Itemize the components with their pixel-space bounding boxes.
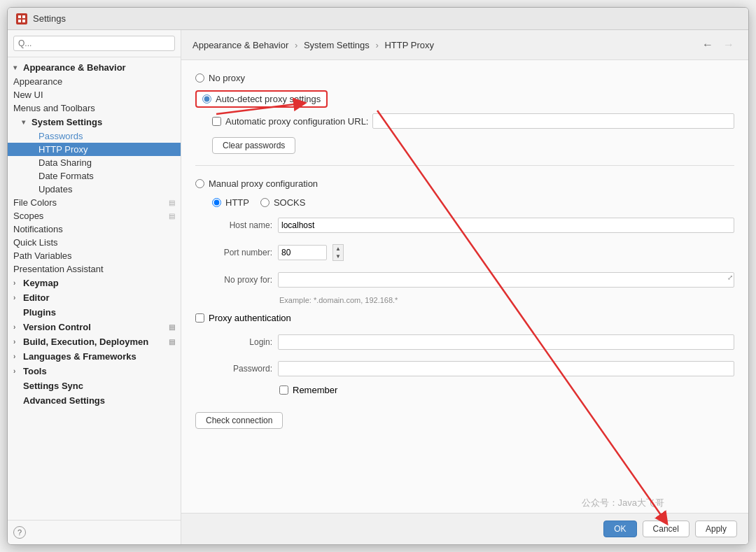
sidebar-item-languages[interactable]: ›Languages & Frameworks bbox=[8, 349, 181, 364]
search-box bbox=[8, 30, 181, 57]
proxy-auth-label[interactable]: Proxy authentication bbox=[209, 313, 291, 323]
check-connection-button[interactable]: Check connection bbox=[195, 412, 283, 429]
sidebar-item-appearance-behavior[interactable]: ▾Appearance & Behavior bbox=[8, 60, 181, 75]
no-proxy-radio[interactable] bbox=[195, 73, 204, 83]
no-proxy-for-row: No proxy for: ⤢ bbox=[195, 272, 734, 288]
auto-detect-label[interactable]: Auto-detect proxy settings bbox=[216, 94, 321, 104]
proxy-section: No proxy Auto-detect proxy settings bbox=[195, 71, 734, 429]
socks-radio[interactable] bbox=[260, 198, 270, 207]
password-input[interactable] bbox=[278, 361, 734, 376]
window-title: Settings bbox=[33, 13, 66, 24]
no-proxy-for-label: No proxy for: bbox=[195, 275, 272, 285]
content-body: No proxy Auto-detect proxy settings bbox=[181, 60, 748, 513]
content-wrapper: Appearance & Behavior › System Settings … bbox=[181, 30, 748, 544]
sidebar-item-tools[interactable]: ›Tools bbox=[8, 364, 181, 378]
sidebar-item-advanced-settings[interactable]: ›Advanced Settings bbox=[8, 393, 181, 408]
svg-rect-0 bbox=[18, 15, 21, 18]
sidebar-item-settings-sync[interactable]: ›Settings Sync bbox=[8, 378, 181, 393]
manual-proxy-label[interactable]: Manual proxy configuration bbox=[209, 178, 318, 189]
http-label[interactable]: HTTP bbox=[225, 197, 249, 208]
help-icon[interactable]: ? bbox=[13, 526, 26, 539]
sidebar-item-passwords[interactable]: Passwords bbox=[8, 129, 181, 143]
app-icon bbox=[16, 13, 27, 24]
sidebar-item-newui[interactable]: New UI bbox=[8, 88, 181, 101]
sidebar-label-newui: New UI bbox=[13, 90, 43, 100]
config-url-input[interactable] bbox=[372, 113, 734, 129]
divider bbox=[195, 165, 734, 166]
settings-window: Settings ▾Appearance & Behavior Appearan… bbox=[7, 7, 749, 545]
sidebar-bottom: ? bbox=[8, 520, 181, 544]
sidebar-item-system-settings[interactable]: ▾System Settings bbox=[8, 115, 181, 129]
sidebar-tree: ▾Appearance & Behavior Appearance New UI… bbox=[8, 57, 181, 520]
sidebar-item-data-sharing[interactable]: Data Sharing bbox=[8, 156, 181, 169]
no-proxy-for-input[interactable] bbox=[278, 272, 734, 288]
content-header: Appearance & Behavior › System Settings … bbox=[181, 30, 748, 60]
sidebar-item-editor[interactable]: ›Editor bbox=[8, 290, 181, 305]
sidebar-item-quick-lists[interactable]: Quick Lists bbox=[8, 236, 181, 249]
password-row: Password: bbox=[195, 361, 734, 376]
sidebar-item-plugins[interactable]: ›Plugins bbox=[8, 305, 181, 320]
port-spinner: ▲ ▼ bbox=[332, 244, 344, 261]
clear-passwords-button[interactable]: Clear passwords bbox=[212, 137, 295, 154]
back-button[interactable]: ← bbox=[699, 37, 716, 52]
sidebar-item-date-formats[interactable]: Date Formats bbox=[8, 169, 181, 183]
cancel-button[interactable]: Cancel bbox=[643, 521, 690, 537]
http-radio-row: HTTP bbox=[212, 196, 249, 209]
auto-detect-box: Auto-detect proxy settings bbox=[195, 90, 328, 108]
socks-label[interactable]: SOCKS bbox=[274, 197, 306, 208]
sidebar-item-http-proxy[interactable]: HTTP Proxy bbox=[8, 143, 181, 156]
proxy-auth-checkbox[interactable] bbox=[195, 313, 204, 323]
sidebar-label-appearance: Appearance bbox=[13, 76, 62, 87]
auto-detect-radio[interactable] bbox=[202, 94, 211, 104]
content-footer: OK Cancel Apply bbox=[181, 513, 748, 544]
forward-button[interactable]: → bbox=[720, 37, 737, 52]
sidebar-item-appearance[interactable]: Appearance bbox=[8, 75, 181, 88]
proxy-auth-section: Proxy authentication bbox=[195, 313, 734, 323]
breadcrumb: Appearance & Behavior › System Settings … bbox=[192, 40, 434, 50]
spinner-up[interactable]: ▲ bbox=[335, 245, 341, 253]
no-proxy-row: No proxy bbox=[195, 71, 734, 85]
sidebar-item-scopes[interactable]: Scopes ▤ bbox=[8, 209, 181, 222]
svg-rect-1 bbox=[22, 15, 25, 18]
http-radio[interactable] bbox=[212, 198, 221, 207]
nav-buttons: ← → bbox=[699, 37, 737, 52]
sidebar-item-notifications[interactable]: Notifications bbox=[8, 222, 181, 236]
content-area: Appearance & Behavior › System Settings … bbox=[181, 30, 748, 544]
svg-rect-3 bbox=[22, 20, 25, 22]
socks-radio-row: SOCKS bbox=[260, 196, 306, 209]
remember-checkbox[interactable] bbox=[279, 385, 288, 395]
auto-config-label[interactable]: Automatic proxy configuration URL: bbox=[225, 116, 368, 127]
spinner-down[interactable]: ▼ bbox=[335, 253, 341, 260]
sidebar-item-keymap[interactable]: ›Keymap bbox=[8, 276, 181, 290]
host-name-row: Host name: bbox=[195, 218, 734, 233]
sidebar-label-menus: Menus and Toolbars bbox=[13, 103, 95, 113]
port-number-row: Port number: ▲ ▼ bbox=[195, 244, 734, 261]
port-number-input[interactable] bbox=[278, 245, 327, 260]
http-socks-row: HTTP SOCKS bbox=[212, 196, 734, 209]
sidebar-item-path-variables[interactable]: Path Variables bbox=[8, 249, 181, 262]
expand-icon[interactable]: ⤢ bbox=[727, 274, 733, 281]
apply-button[interactable]: Apply bbox=[695, 521, 737, 537]
host-name-label: Host name: bbox=[195, 220, 272, 230]
remember-label[interactable]: Remember bbox=[293, 385, 337, 395]
search-input[interactable] bbox=[13, 36, 175, 51]
manual-proxy-radio[interactable] bbox=[195, 179, 204, 188]
sidebar-item-menus-toolbars[interactable]: Menus and Toolbars bbox=[8, 101, 181, 115]
login-input[interactable] bbox=[278, 334, 734, 350]
sidebar-item-version-control[interactable]: ›Version Control ▤ bbox=[8, 320, 181, 334]
host-name-input[interactable] bbox=[278, 218, 734, 233]
auto-config-row: Automatic proxy configuration URL: bbox=[212, 113, 734, 129]
sidebar-item-file-colors[interactable]: File Colors ▤ bbox=[8, 196, 181, 209]
port-spinner-buttons[interactable]: ▲ ▼ bbox=[332, 244, 344, 261]
auto-config-checkbox[interactable] bbox=[212, 117, 221, 126]
sidebar-item-presentation-assistant[interactable]: Presentation Assistant bbox=[8, 262, 181, 276]
remember-row: Remember bbox=[279, 385, 734, 395]
sidebar-item-updates[interactable]: Updates bbox=[8, 183, 181, 196]
main-content: ▾Appearance & Behavior Appearance New UI… bbox=[8, 30, 748, 544]
manual-proxy-row: Manual proxy configuration bbox=[195, 177, 734, 190]
password-label: Password: bbox=[195, 364, 272, 374]
ok-button[interactable]: OK bbox=[603, 521, 636, 537]
sidebar: ▾Appearance & Behavior Appearance New UI… bbox=[8, 30, 181, 544]
no-proxy-label[interactable]: No proxy bbox=[209, 73, 245, 83]
sidebar-item-build[interactable]: ›Build, Execution, Deploymen ▤ bbox=[8, 334, 181, 349]
